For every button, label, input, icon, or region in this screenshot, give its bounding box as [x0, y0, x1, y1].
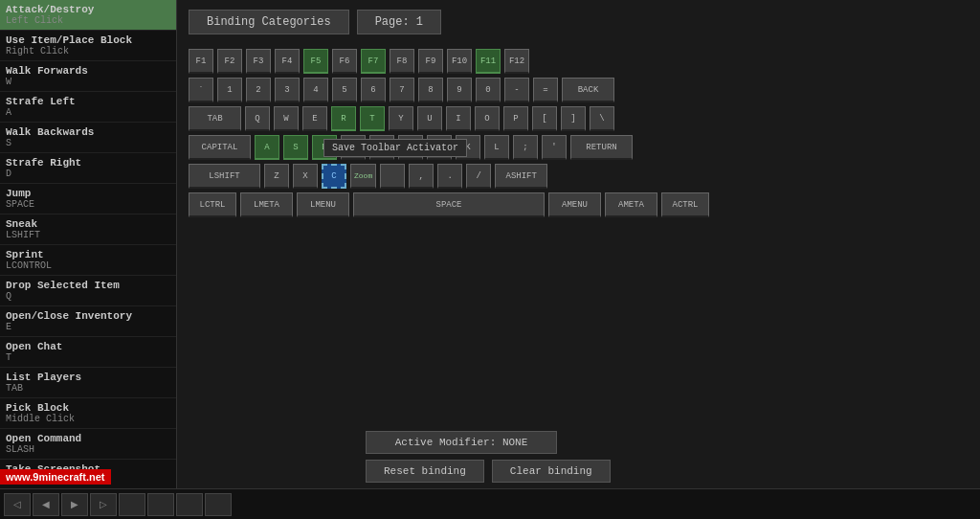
- key-ameta[interactable]: AMETA: [605, 192, 657, 217]
- key-d[interactable]: D: [312, 135, 337, 160]
- key-space[interactable]: SPACE: [353, 192, 545, 217]
- key-a[interactable]: A: [255, 135, 279, 160]
- key-lmenu[interactable]: LMENU: [297, 192, 349, 217]
- key-5[interactable]: 5: [332, 78, 357, 102]
- key-actrl[interactable]: ACTRL: [661, 192, 709, 217]
- key-f11[interactable]: F11: [476, 49, 501, 74]
- key-3[interactable]: 3: [275, 78, 300, 102]
- taskbar-btn-1[interactable]: [119, 493, 145, 516]
- key-y[interactable]: Y: [389, 106, 413, 131]
- sidebar-item-6[interactable]: Jump SPACE: [0, 184, 176, 214]
- taskbar-btn-4[interactable]: [205, 493, 232, 516]
- reset-binding-button[interactable]: Reset binding: [366, 460, 484, 483]
- key-0[interactable]: 0: [476, 78, 501, 102]
- key-s[interactable]: S: [283, 135, 308, 160]
- sidebar-item-3[interactable]: Strafe Left A: [0, 92, 176, 123]
- key-f3[interactable]: F3: [246, 49, 271, 74]
- taskbar-btn-2[interactable]: [147, 493, 174, 516]
- sidebar-item-1[interactable]: Use Item/Place Block Right Click: [0, 31, 176, 61]
- key-rshift[interactable]: ASHIFT: [495, 164, 547, 189]
- key-f12[interactable]: F12: [504, 49, 529, 74]
- key-minus[interactable]: -: [504, 78, 529, 102]
- key-r[interactable]: R: [331, 106, 356, 131]
- sidebar-item-11[interactable]: Open Chat T: [0, 337, 176, 368]
- key-c[interactable]: C Save Toolbar Activator: [322, 164, 346, 189]
- binding-categories-button[interactable]: Binding Categories: [189, 10, 349, 34]
- key-f2[interactable]: F2: [217, 49, 242, 74]
- key-h[interactable]: H: [398, 135, 423, 160]
- key-f5[interactable]: F5: [303, 49, 328, 74]
- key-f4[interactable]: F4: [275, 49, 300, 74]
- key-i[interactable]: I: [446, 106, 471, 131]
- key-2[interactable]: 2: [246, 78, 271, 102]
- taskbar-arrow-left[interactable]: ◁: [4, 493, 31, 516]
- key-name-7: LSHIFT: [6, 230, 170, 240]
- key-o[interactable]: O: [475, 106, 500, 131]
- taskbar-arrow-left2[interactable]: ◀: [33, 493, 59, 516]
- key-p[interactable]: P: [503, 106, 528, 131]
- key-j[interactable]: J: [427, 135, 452, 160]
- sidebar-item-8[interactable]: Sprint LCONTROL: [0, 245, 176, 276]
- key-backtick[interactable]: `: [189, 78, 213, 102]
- key-comma[interactable]: ,: [409, 164, 434, 189]
- key-l[interactable]: L: [484, 135, 509, 160]
- key-f8[interactable]: F8: [390, 49, 414, 74]
- key-k[interactable]: K: [456, 135, 480, 160]
- taskbar-btn-3[interactable]: [176, 493, 203, 516]
- key-f6[interactable]: F6: [332, 49, 357, 74]
- key-t[interactable]: T: [360, 106, 385, 131]
- key-period[interactable]: .: [437, 164, 462, 189]
- sidebar-item-7[interactable]: Sneak LSHIFT: [0, 214, 176, 245]
- key-lshift[interactable]: LSHIFT: [189, 164, 260, 189]
- key-8[interactable]: 8: [418, 78, 443, 102]
- key-lmeta[interactable]: LMETA: [240, 192, 293, 217]
- clear-binding-button[interactable]: Clear binding: [492, 460, 611, 483]
- sidebar-item-14[interactable]: Open Command SLASH: [0, 429, 176, 460]
- sidebar-item-13[interactable]: Pick Block Middle Click: [0, 398, 176, 429]
- sidebar-item-0[interactable]: Attack/Destroy Left Click: [0, 0, 176, 31]
- taskbar-arrow-right[interactable]: ▶: [61, 493, 88, 516]
- key-backslash[interactable]: \: [590, 106, 614, 131]
- key-f10[interactable]: F10: [447, 49, 472, 74]
- sidebar-item-9[interactable]: Drop Selected Item Q: [0, 276, 176, 306]
- sidebar-item-12[interactable]: List Players TAB: [0, 368, 176, 398]
- key-slash[interactable]: /: [466, 164, 491, 189]
- taskbar-arrow-right2[interactable]: ▷: [90, 493, 117, 516]
- key-rbracket[interactable]: ]: [561, 106, 586, 131]
- sidebar-item-4[interactable]: Walk Backwards S: [0, 123, 176, 153]
- key-capslock[interactable]: CAPITAL: [189, 135, 251, 160]
- key-f7[interactable]: F7: [361, 49, 386, 74]
- key-q[interactable]: Q: [245, 106, 270, 131]
- key-z[interactable]: Z: [264, 164, 289, 189]
- key-u[interactable]: U: [417, 106, 442, 131]
- key-equals[interactable]: =: [533, 78, 558, 102]
- key-6[interactable]: 6: [361, 78, 386, 102]
- key-4[interactable]: 4: [303, 78, 328, 102]
- key-v[interactable]: Zoom: [350, 164, 376, 189]
- key-f1[interactable]: F1: [189, 49, 213, 74]
- key-name-8: LCONTROL: [6, 260, 170, 271]
- sidebar-item-5[interactable]: Strafe Right D: [0, 153, 176, 184]
- key-apostrophe[interactable]: ': [542, 135, 567, 160]
- sidebar-item-2[interactable]: Walk Forwards W: [0, 61, 176, 92]
- key-return[interactable]: RETURN: [570, 135, 633, 160]
- page-button[interactable]: Page: 1: [357, 10, 441, 34]
- caps-row: CAPITAL A S D F G H J K L ; ' RETURN: [189, 135, 969, 160]
- key-lbracket[interactable]: [: [532, 106, 557, 131]
- key-1[interactable]: 1: [217, 78, 242, 102]
- key-tab[interactable]: TAB: [189, 106, 241, 131]
- sidebar-item-10[interactable]: Open/Close Inventory E: [0, 306, 176, 337]
- key-9[interactable]: 9: [447, 78, 472, 102]
- key-f[interactable]: F: [341, 135, 366, 160]
- key-amenu[interactable]: AMENU: [548, 192, 601, 217]
- key-7[interactable]: 7: [390, 78, 414, 102]
- key-semicolon[interactable]: ;: [513, 135, 538, 160]
- key-x[interactable]: X: [293, 164, 318, 189]
- key-w[interactable]: W: [274, 106, 299, 131]
- key-backspace[interactable]: BACK: [562, 78, 614, 102]
- key-b[interactable]: [380, 164, 405, 189]
- key-e[interactable]: E: [302, 106, 327, 131]
- key-g[interactable]: G: [369, 135, 394, 160]
- key-f9[interactable]: F9: [418, 49, 443, 74]
- key-lctrl[interactable]: LCTRL: [189, 192, 236, 217]
